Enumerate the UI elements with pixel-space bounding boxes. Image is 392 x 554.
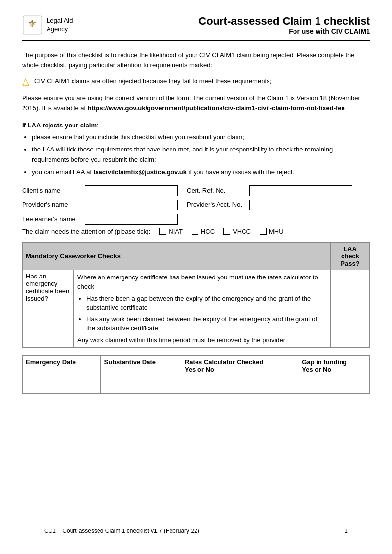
warning-icon: △ xyxy=(22,76,29,86)
logo-text: Legal Aid Agency xyxy=(47,16,73,34)
mandatory-col2-header: LAA check Pass? xyxy=(331,242,370,270)
fee-earner-row: Fee earner's name xyxy=(22,214,370,225)
emergency-table: Emergency Date Substantive Date Rates Ca… xyxy=(22,355,370,394)
reject-heading: If LAA rejects your claim xyxy=(22,122,97,129)
client-name-label: Client's name xyxy=(22,187,81,194)
rates-calculator-cell xyxy=(181,376,298,394)
page-footer: CC1 – Court-assessed Claim 1 checklist v… xyxy=(44,525,348,534)
mandatory-row-col1: Has an emergency certificate been issued… xyxy=(23,270,74,348)
mandatory-col1-header: Mandatory Caseworker Checks xyxy=(23,242,331,270)
laa-logo-icon: ⚜ xyxy=(22,15,43,35)
svg-text:⚜: ⚜ xyxy=(27,18,37,30)
version-link: https://www.gov.uk/government/publicatio… xyxy=(88,104,345,112)
attention-label: The claim needs the attention of (please… xyxy=(22,228,150,235)
mhu-checkbox-box[interactable] xyxy=(260,228,267,235)
mandatory-col2-footer: Any work claimed within this time period… xyxy=(77,336,285,344)
logo-area: ⚜ Legal Aid Agency xyxy=(22,15,73,35)
mandatory-laa-col xyxy=(331,270,370,348)
cert-ref-input[interactable] xyxy=(249,185,352,196)
intro-text: The purpose of this checklist is to redu… xyxy=(22,50,370,70)
mandatory-col2-intro: Where an emergency certificate has been … xyxy=(77,274,318,291)
rates-calculator-header: Rates Calculator CheckedYes or No xyxy=(181,356,298,376)
mhu-label: MHU xyxy=(269,228,284,235)
vhcc-checkbox-box[interactable] xyxy=(223,228,230,235)
providers-name-label: Provider's name xyxy=(22,201,81,208)
vhcc-label: VHCC xyxy=(233,228,251,235)
form-fields: Client's name Cert. Ref. No. Provider's … xyxy=(22,185,370,235)
gap-funding-header: Gap in fundingYes or No xyxy=(298,356,370,376)
providers-name-input[interactable] xyxy=(85,200,178,210)
mandatory-row-col2: Where an emergency certificate has been … xyxy=(74,270,331,348)
title-area: Court-assessed Claim 1 checklist For use… xyxy=(198,15,370,35)
reject-bullet-2: the LAA will tick those requirements tha… xyxy=(32,145,370,165)
checkbox-vhcc[interactable]: VHCC xyxy=(223,228,251,235)
mandatory-bullets: Has there been a gap between the expiry … xyxy=(86,294,327,333)
mandatory-bullet-2: Has any work been claimed between the ex… xyxy=(86,314,327,333)
client-name-input[interactable] xyxy=(85,185,178,196)
checkbox-mhu[interactable]: MHU xyxy=(260,228,284,235)
reject-bullets-list: please ensure that you include this chec… xyxy=(32,132,370,177)
reject-section: If LAA rejects your claim: please ensure… xyxy=(22,121,370,177)
intro-paragraph: The purpose of this checklist is to redu… xyxy=(22,50,370,70)
substantive-date-cell xyxy=(100,376,181,394)
mandatory-row: Has an emergency certificate been issued… xyxy=(23,270,370,348)
mandatory-bullet-1: Has there been a gap between the expiry … xyxy=(86,294,327,313)
providers-acct-input[interactable] xyxy=(249,200,352,210)
emergency-data-row xyxy=(23,376,370,394)
warning-text: CIV CLAIM1 claims are often rejected bec… xyxy=(34,76,271,86)
hcc-label: HCC xyxy=(201,228,215,235)
substantive-date-header: Substantive Date xyxy=(100,356,181,376)
email-link: laacivilclaimfix@justice.gov.uk xyxy=(94,168,187,176)
reject-bullet-1: please ensure that you include this chec… xyxy=(32,132,370,143)
page-header: ⚜ Legal Aid Agency Court-assessed Claim … xyxy=(22,15,370,41)
footer-left: CC1 – Court-assessed Claim 1 checklist v… xyxy=(44,528,199,534)
footer-right: 1 xyxy=(344,528,348,534)
cert-ref-label: Cert. Ref. No. xyxy=(187,187,245,194)
fee-earner-label: Fee earner's name xyxy=(22,215,81,223)
providers-acct-label: Provider's Acct. No. xyxy=(187,201,245,208)
version-text: Please ensure you are using the correct … xyxy=(22,93,370,114)
providers-name-row: Provider's name Provider's Acct. No. xyxy=(22,200,370,210)
attention-row: The claim needs the attention of (please… xyxy=(22,228,370,235)
warning-box: △ CIV CLAIM1 claims are often rejected b… xyxy=(22,76,370,86)
sub-title: For use with CIV CLAIM1 xyxy=(198,27,370,35)
checkbox-hcc[interactable]: HCC xyxy=(192,228,215,235)
fee-earner-input[interactable] xyxy=(85,214,178,225)
niat-label: NIAT xyxy=(169,228,183,235)
emergency-date-cell xyxy=(23,376,101,394)
client-name-row: Client's name Cert. Ref. No. xyxy=(22,185,370,196)
hcc-checkbox-box[interactable] xyxy=(192,228,198,235)
reject-bullet-3: you can email LAA at laacivilclaimfix@ju… xyxy=(32,167,370,177)
mandatory-table: Mandatory Caseworker Checks LAA check Pa… xyxy=(22,242,370,348)
emergency-date-header: Emergency Date xyxy=(23,356,101,376)
niat-checkbox-box[interactable] xyxy=(159,228,166,235)
main-title: Court-assessed Claim 1 checklist xyxy=(198,15,370,27)
checkbox-niat[interactable]: NIAT xyxy=(159,228,183,235)
gap-funding-cell xyxy=(298,376,370,394)
